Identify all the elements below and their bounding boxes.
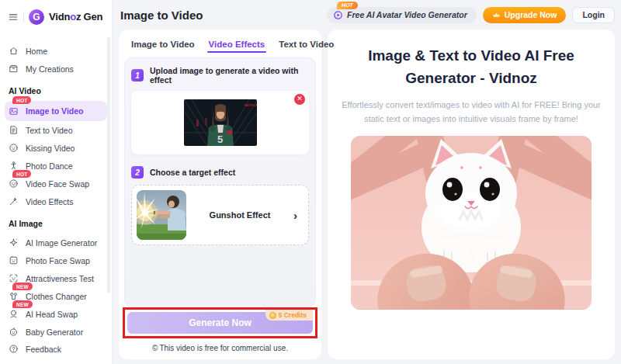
- image-to-video-icon: [9, 106, 19, 116]
- credits-badge: 5 Credits: [265, 310, 313, 321]
- sidebar-item-label: Photo Face Swap: [26, 256, 90, 265]
- ai-head-swap-icon: [9, 309, 19, 319]
- sidebar-item-label: Attractiveness Test: [26, 274, 94, 283]
- coin-icon: [269, 312, 276, 319]
- topbar-actions: HOT Free AI Avatar Video Generator Upgra…: [327, 7, 615, 23]
- sidebar-item-label: My Creations: [26, 64, 74, 74]
- app-window: G Vidnoz Gen Home My Creations AI Video …: [0, 0, 621, 364]
- promo-label: Free AI Avatar Video Generator: [347, 10, 467, 19]
- uploaded-image-card[interactable]: NETFLIX 5 ✕: [131, 91, 309, 154]
- new-badge: NEW: [12, 283, 33, 290]
- sidebar-item-my-creations[interactable]: My Creations: [0, 60, 112, 78]
- tab-video-effects[interactable]: Video Effects: [209, 40, 265, 56]
- hot-badge: HOT: [12, 170, 31, 178]
- sidebar-item-ai-image-generator[interactable]: AI Image Generator: [0, 234, 112, 251]
- step2-label: Choose a target effect: [150, 168, 235, 177]
- sidebar-item-label: AI Head Swap: [26, 310, 78, 319]
- step2-header: 2 Choose a target effect: [131, 166, 309, 179]
- hero-title: Image & Text to Video AI Free Generator …: [340, 45, 602, 89]
- creations-icon: [9, 64, 19, 74]
- sidebar-item-baby-generator[interactable]: Baby Generator: [0, 323, 112, 341]
- sidebar-item-image-to-video[interactable]: HOT Image to Video: [5, 101, 107, 121]
- sidebar-item-video-effects[interactable]: Video Effects: [0, 192, 112, 210]
- sidebar-item-label: Video Effects: [26, 197, 74, 206]
- feedback-icon: [9, 344, 19, 354]
- sidebar-item-label: Baby Generator: [26, 328, 83, 337]
- svg-text:NETFLIX: NETFLIX: [245, 103, 257, 107]
- promo-pill-avatar-generator[interactable]: HOT Free AI Avatar Video Generator: [327, 7, 477, 23]
- sidebar-item-video-face-swap[interactable]: HOT Video Face Swap: [0, 175, 112, 192]
- steps-container: 1 Upload image to generate a video with …: [124, 57, 316, 307]
- generator-tabs: Image to Video Video Effects Text to Vid…: [123, 29, 317, 56]
- menu-icon[interactable]: [8, 12, 19, 23]
- license-footnote: ©This video is free for commercial use.: [123, 344, 317, 352]
- new-badge: NEW: [12, 300, 33, 308]
- sidebar-item-label: Image to Video: [26, 106, 84, 116]
- uploaded-image-thumbnail: NETFLIX 5: [184, 99, 257, 146]
- tab-image-to-video[interactable]: Image to Video: [131, 40, 195, 56]
- sidebar-item-label: Home: [26, 47, 47, 56]
- step1-number-badge: 1: [131, 69, 144, 81]
- ai-image-generator-icon: [9, 237, 19, 248]
- sidebar-item-kissing-video[interactable]: Kissing Video: [0, 139, 112, 157]
- sidebar-item-label: Feedback: [26, 345, 61, 354]
- hero-subtitle: Effortlessly convert text/images to vide…: [342, 98, 602, 126]
- sidebar: G Vidnoz Gen Home My Creations AI Video …: [0, 0, 113, 364]
- sidebar-nav: Home My Creations AI Video HOT Image to …: [0, 35, 112, 341]
- sidebar-item-feedback[interactable]: Feedback: [0, 341, 112, 357]
- sidebar-item-label: Clothes Changer: [26, 292, 87, 301]
- vidnoz-logo-icon[interactable]: G: [29, 9, 44, 25]
- svg-text:5: 5: [217, 133, 223, 145]
- sidebar-item-label: Text to Video: [26, 126, 73, 135]
- hero-panel: Image & Text to Video AI Free Generator …: [328, 29, 615, 359]
- divider: [23, 12, 24, 23]
- sidebar-item-label: Photo Dance: [26, 161, 73, 171]
- gunshot-effect-thumbnail: [137, 190, 186, 240]
- step1-header: 1 Upload image to generate a video with …: [131, 66, 309, 85]
- sidebar-item-label: AI Image Generator: [26, 238, 97, 248]
- step1-label: Upload image to generate a video with ef…: [150, 66, 309, 85]
- hot-badge: HOT: [337, 2, 358, 9]
- sidebar-item-photo-face-swap[interactable]: Photo Face Swap: [0, 251, 112, 269]
- generator-panel: Image to Video Video Effects Text to Vid…: [119, 29, 321, 359]
- remove-image-button[interactable]: ✕: [294, 94, 305, 105]
- photo-face-swap-icon: [9, 255, 19, 265]
- content-panels: Image to Video Video Effects Text to Vid…: [113, 28, 621, 364]
- brand-name[interactable]: Vidnoz Gen: [49, 11, 102, 23]
- effect-selector-card[interactable]: Gunshot Effect ›: [131, 185, 309, 245]
- step2-number-badge: 2: [131, 166, 144, 179]
- upgrade-now-button[interactable]: Upgrade Now: [483, 7, 567, 23]
- login-button[interactable]: Login: [572, 7, 615, 23]
- sidebar-item-label: Kissing Video: [26, 144, 75, 153]
- hot-badge: HOT: [12, 96, 31, 104]
- video-face-swap-icon: [9, 179, 19, 189]
- text-to-video-icon: [9, 125, 19, 135]
- chevron-right-icon[interactable]: ›: [293, 209, 297, 222]
- sidebar-item-home[interactable]: Home: [0, 42, 112, 60]
- home-icon: [9, 46, 19, 56]
- topbar: Image to Video HOT Free AI Avatar Video …: [113, 0, 621, 28]
- copyright-icon: ©: [152, 344, 158, 352]
- generate-annotation-highlight: Generate Now 5 Credits: [123, 307, 317, 338]
- baby-generator-icon: [9, 327, 19, 337]
- page-title: Image to Video: [120, 9, 203, 22]
- sidebar-item-ai-head-swap[interactable]: NEW AI Head Swap: [0, 305, 112, 323]
- kissing-video-icon: [9, 143, 19, 153]
- sidebar-scrollbar[interactable]: [107, 37, 110, 293]
- sidebar-item-text-to-video[interactable]: Text to Video: [0, 121, 112, 139]
- main-area: Image to Video HOT Free AI Avatar Video …: [113, 0, 621, 364]
- video-effects-icon: [9, 196, 19, 206]
- section-title-ai-video: AI Video: [0, 86, 112, 95]
- logo-row: G Vidnoz Gen: [0, 8, 112, 26]
- effect-name: Gunshot Effect: [186, 210, 293, 220]
- vidnoz-play-icon: [333, 10, 343, 20]
- sidebar-item-label: Video Face Swap: [26, 179, 89, 189]
- section-title-ai-image: AI Image: [0, 219, 112, 228]
- kitten-showcase-image: [351, 136, 592, 310]
- crown-icon: [492, 11, 501, 19]
- tab-text-to-video[interactable]: Text to Video: [279, 40, 334, 56]
